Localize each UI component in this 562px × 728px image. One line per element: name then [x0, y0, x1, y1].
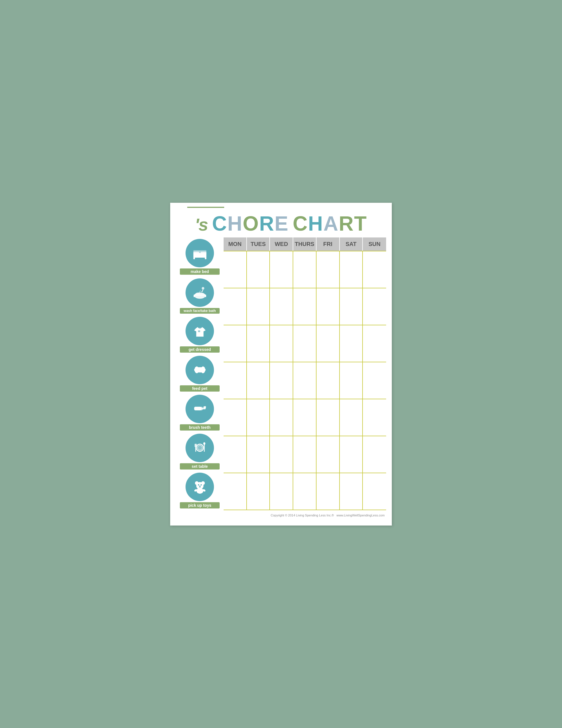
- cell-sun-brush-teeth[interactable]: [363, 399, 386, 436]
- name-underline: [187, 207, 224, 208]
- cell-tues-wash-face[interactable]: [247, 288, 270, 325]
- chore-brush-teeth: brush teeth: [176, 393, 224, 432]
- cell-sat-pick-up-toys[interactable]: [340, 473, 363, 510]
- chart-word: CHART: [292, 212, 367, 235]
- cell-tues-make-bed[interactable]: [247, 251, 270, 288]
- cell-mon-feed-pet[interactable]: [224, 362, 247, 399]
- svg-rect-8: [194, 295, 195, 297]
- make-bed-circle: [186, 239, 214, 267]
- apostrophe-s: 's: [195, 214, 212, 235]
- grid-section: MON TUES WED THURS FRI SAT SUN: [224, 237, 386, 510]
- svg-rect-3: [193, 257, 195, 259]
- cell-wed-make-bed[interactable]: [270, 251, 293, 288]
- svg-rect-5: [193, 250, 206, 253]
- cell-tues-feed-pet[interactable]: [247, 362, 270, 399]
- cell-wed-set-table[interactable]: [270, 436, 293, 473]
- cell-thurs-set-table[interactable]: [293, 436, 316, 473]
- website-text: www.LivingWellSpendingLess.com: [336, 514, 385, 517]
- cell-thurs-get-dressed[interactable]: [293, 325, 316, 362]
- svg-point-42: [196, 488, 203, 494]
- cell-fri-set-table[interactable]: [316, 436, 340, 473]
- cell-sun-make-bed[interactable]: [363, 251, 386, 288]
- cell-mon-pick-up-toys[interactable]: [224, 473, 247, 510]
- cell-thurs-make-bed[interactable]: [293, 251, 316, 288]
- cell-wed-wash-face[interactable]: [270, 288, 293, 325]
- day-sat: SAT: [340, 237, 363, 251]
- day-thurs: THURS: [293, 237, 316, 251]
- grid-row-set-table: [224, 436, 386, 473]
- grid-row-get-dressed: [224, 325, 386, 362]
- svg-point-15: [195, 293, 200, 296]
- svg-rect-9: [205, 295, 206, 297]
- cell-thurs-brush-teeth[interactable]: [293, 399, 316, 436]
- cell-sat-wash-face[interactable]: [340, 288, 363, 325]
- svg-rect-22: [200, 408, 206, 409]
- main-content: make bed: [176, 237, 386, 510]
- cell-mon-get-dressed[interactable]: [224, 325, 247, 362]
- cell-fri-brush-teeth[interactable]: [316, 399, 340, 436]
- svg-rect-4: [205, 257, 206, 259]
- cell-sat-make-bed[interactable]: [340, 251, 363, 288]
- bed-icon: [192, 245, 208, 261]
- footer: Copyright © 2014 Living Spending Less In…: [176, 514, 386, 517]
- get-dressed-label: get dressed: [180, 346, 220, 353]
- cell-sat-set-table[interactable]: [340, 436, 363, 473]
- cell-wed-feed-pet[interactable]: [270, 362, 293, 399]
- bath-icon: [192, 285, 208, 300]
- cell-mon-make-bed[interactable]: [224, 251, 247, 288]
- day-headers: MON TUES WED THURS FRI SAT SUN: [224, 237, 386, 251]
- set-table-circle: [186, 434, 214, 462]
- svg-point-41: [199, 486, 201, 487]
- svg-rect-23: [204, 406, 205, 408]
- cell-tues-brush-teeth[interactable]: [247, 399, 270, 436]
- cell-sat-feed-pet[interactable]: [340, 362, 363, 399]
- cell-sun-wash-face[interactable]: [363, 288, 386, 325]
- day-wed: WED: [270, 237, 293, 251]
- pick-up-toys-circle: [186, 473, 214, 501]
- chore-get-dressed: get dressed: [176, 315, 224, 354]
- cell-mon-brush-teeth[interactable]: [224, 399, 247, 436]
- cell-fri-pick-up-toys[interactable]: [316, 473, 340, 510]
- svg-point-40: [200, 484, 202, 486]
- make-bed-label: make bed: [180, 268, 220, 275]
- day-mon: MON: [224, 237, 247, 251]
- title-line: 's CHORE CHART: [176, 212, 386, 235]
- cell-sun-pick-up-toys[interactable]: [363, 473, 386, 510]
- cell-thurs-wash-face[interactable]: [293, 288, 316, 325]
- cell-thurs-feed-pet[interactable]: [293, 362, 316, 399]
- cell-tues-pick-up-toys[interactable]: [247, 473, 270, 510]
- chore-set-table: set table: [176, 432, 224, 471]
- cell-fri-wash-face[interactable]: [316, 288, 340, 325]
- svg-point-17: [194, 368, 198, 372]
- cell-thurs-pick-up-toys[interactable]: [293, 473, 316, 510]
- cell-fri-get-dressed[interactable]: [316, 325, 340, 362]
- get-dressed-circle: [186, 317, 214, 345]
- cell-mon-wash-face[interactable]: [224, 288, 247, 325]
- copyright-text: Copyright © 2014 Living Spending Less In…: [271, 514, 334, 517]
- cell-tues-get-dressed[interactable]: [247, 325, 270, 362]
- chore-word: CHORE: [212, 212, 289, 235]
- grid-row-wash-face: [224, 288, 386, 325]
- cell-sun-get-dressed[interactable]: [363, 325, 386, 362]
- pick-up-toys-label: pick up toys: [180, 502, 220, 508]
- cell-sun-feed-pet[interactable]: [363, 362, 386, 399]
- svg-point-14: [199, 291, 200, 292]
- cell-sat-brush-teeth[interactable]: [340, 399, 363, 436]
- svg-rect-24: [205, 406, 206, 408]
- cell-sat-get-dressed[interactable]: [340, 325, 363, 362]
- chore-pick-up-toys: pick up toys: [176, 471, 224, 510]
- cell-fri-feed-pet[interactable]: [316, 362, 340, 399]
- day-fri: FRI: [316, 237, 340, 251]
- cell-wed-get-dressed[interactable]: [270, 325, 293, 362]
- cell-tues-set-table[interactable]: [247, 436, 270, 473]
- bone-icon: [192, 362, 208, 378]
- cell-sun-set-table[interactable]: [363, 436, 386, 473]
- cell-fri-make-bed[interactable]: [316, 251, 340, 288]
- svg-point-12: [200, 291, 201, 291]
- cell-wed-pick-up-toys[interactable]: [270, 473, 293, 510]
- svg-line-11: [202, 289, 203, 292]
- grid-rows: [224, 251, 386, 510]
- cell-wed-brush-teeth[interactable]: [270, 399, 293, 436]
- svg-point-39: [198, 484, 199, 486]
- cell-mon-set-table[interactable]: [224, 436, 247, 473]
